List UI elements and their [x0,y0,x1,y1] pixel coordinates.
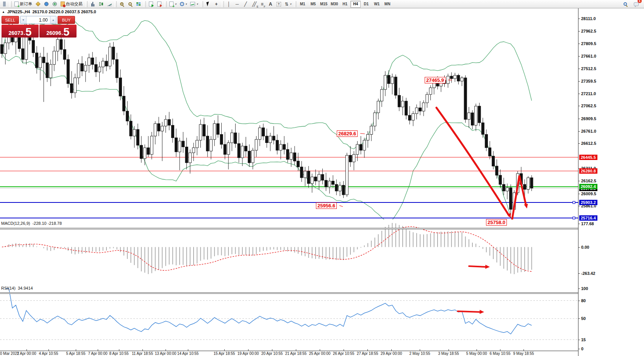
price-tick-label: 27809.5 [581,41,596,46]
arrow-head [524,204,528,209]
arrows-icon[interactable]: ⇅▾ [283,0,293,8]
time-axis-tick [524,349,524,351]
price-tick [578,131,580,132]
time-axis-tick [391,349,392,351]
price-annotation-25758.0[interactable]: 25758.0 [486,219,507,226]
time-axis-label: 11 Apr 18:55 [132,351,153,356]
timeframe-button-m15[interactable]: M15 [319,1,329,8]
buy-button[interactable]: BUY [58,16,75,24]
line-handle[interactable] [573,201,575,204]
time-axis-tick [296,349,296,351]
sell-button[interactable]: SELL [2,16,19,24]
chat-icon[interactable]: 1 [632,0,640,8]
main-chart-panel [0,20,578,229]
time-axis-label: 29 Apr 00:00 [381,351,402,356]
chart-canvas[interactable] [0,8,578,356]
community-icon[interactable] [42,0,50,8]
price-label-26092.4: 26092.4 [579,184,597,189]
time-axis-label: 21 Apr 18:55 [285,351,307,356]
market-icon[interactable] [34,0,42,8]
timeframe-button-h1[interactable]: H1 [340,1,350,8]
zoom-in-icon[interactable]: + [118,0,126,8]
toolbar-separator [294,1,296,7]
rsi-tick-label: 100 [581,286,588,291]
rsi-panel [0,289,578,340]
price-annotation-25956.6[interactable]: 25956.6 [316,202,337,209]
vertical-line-icon[interactable]: │ [225,0,233,8]
indicators-icon[interactable]: ▾ [189,0,200,8]
sell-price-display[interactable]: 26073 . 5 [2,25,39,38]
chart-shift-icon[interactable] [155,0,163,8]
toolbar-separator [222,1,224,7]
timeframe-button-m1[interactable]: M1 [297,1,308,8]
rsi-tick [578,340,580,340]
rsi-line [5,289,531,334]
candlestick-chart-icon[interactable] [97,0,105,8]
timeframe-button-mn[interactable]: MN [382,1,392,8]
volume-control: ▼ ▲ [20,16,56,24]
time-axis-tick [27,349,27,351]
chart-window[interactable]: ▲ JPN225-,H4 26170.0 26220.0 26037.5 260… [0,8,644,356]
price-tick [578,81,580,82]
mt4-terminal-window: +新订单自动交易+-+▾▾▾+│─╱╱╱E≡FAT⇅▾M1M5M15M30H1H… [0,0,644,356]
horizontal-line-icon[interactable]: ─ [233,0,241,8]
timeframe-button-d1[interactable]: D1 [361,1,371,8]
buy-price-main: 26096 [47,29,61,37]
zoom-out-icon[interactable]: - [126,0,134,8]
time-axis-tick [420,349,420,351]
cursor-icon[interactable] [204,0,212,8]
text-label-icon[interactable]: T [275,0,283,8]
time-axis-tick [142,349,143,351]
bar-chart-icon[interactable] [89,0,97,8]
volume-increase-button[interactable]: ▲ [50,16,56,24]
search-icon[interactable] [621,0,629,8]
new-chart-icon[interactable]: +▾ [168,0,178,8]
drawn-arrow[interactable] [458,311,481,312]
macd-tick [578,273,580,274]
auto-scroll-icon[interactable] [147,0,155,8]
macd-tick-label: 177.68 [581,221,594,226]
line-chart-icon[interactable] [105,0,113,8]
time-axis-tick [98,349,98,351]
time-axis-label: 8 Apr 10:55 [109,351,128,356]
time-axis-label: 25 Apr 00:00 [309,351,331,356]
volume-input[interactable] [27,16,50,24]
timeframe-button-h4[interactable]: H4 [350,1,361,8]
crosshair-icon[interactable]: + [213,0,220,8]
rsi-tick [578,318,580,319]
rsi-panel-divider[interactable] [0,292,578,294]
time-axis-label: 27 Apr 18:55 [357,351,378,356]
tile-windows-icon[interactable] [134,0,142,8]
annotation-pointer [360,133,365,134]
price-annotation-26829.6[interactable]: 26829.6 [337,130,358,137]
chart-window-icon: ▲ [2,10,5,14]
signals-icon[interactable] [51,0,59,8]
channel-icon[interactable]: ╱╱E [250,0,258,8]
price-annotation-27465.9[interactable]: 27465.9 [425,77,445,83]
timeframe-button-m5[interactable]: M5 [308,1,318,8]
timeframe-button-m30[interactable]: M30 [329,1,339,8]
macd-panel-divider[interactable] [0,228,578,229]
price-tick-label: 26612.5 [581,141,596,146]
text-icon[interactable]: A [267,0,275,8]
time-axis-label: 0 Mar 2022 [0,351,19,356]
line-handle[interactable] [573,217,575,219]
price-tick [578,119,580,119]
macd-tick-label: 0.00 [581,245,589,249]
price-tick [578,19,580,19]
timeframe-button-w1[interactable]: W1 [372,1,382,8]
trendline-icon[interactable]: ╱ [242,0,250,8]
fibonacci-icon[interactable]: ≡F [258,0,266,8]
price-label-25716.4: 25716.4 [579,215,597,221]
price-tick [578,31,580,31]
profiles-icon[interactable]: ▾ [178,0,189,8]
toolbar-separator [144,1,146,7]
drawn-arrow[interactable] [469,266,486,267]
notification-badge: 1 [638,0,642,3]
rsi-tick-label: 0 [581,347,583,351]
new-order-button[interactable]: +新订单 [13,0,34,8]
candlesticks [1,23,533,215]
volume-decrease-button[interactable]: ▼ [20,16,27,24]
buy-price-display[interactable]: 26096 . 5 [39,25,77,38]
autotrading-button[interactable]: 自动交易 [59,0,84,8]
